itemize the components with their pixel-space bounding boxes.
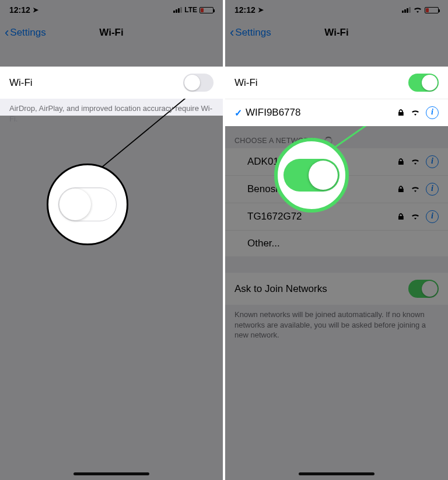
- wifi-signal-icon: [411, 213, 420, 220]
- phone-wifi-on: 12:12 ➤ ‹ Settings Wi-Fi Wi-Fi: [225, 0, 448, 480]
- wifi-status-icon: [413, 6, 422, 13]
- checkmark-icon: ✓: [235, 107, 242, 119]
- status-bar: 12:12 ➤: [225, 0, 448, 20]
- wifi-signal-icon: [411, 158, 420, 165]
- network-name: TG1672G72: [247, 211, 397, 222]
- wifi-toggle-off[interactable]: [183, 74, 214, 92]
- ask-to-join-row: Ask to Join Networks: [225, 273, 448, 305]
- chevron-left-icon: ‹: [230, 26, 234, 39]
- info-button[interactable]: i: [426, 183, 439, 196]
- home-indicator: [299, 472, 374, 475]
- network-row[interactable]: TG1672G72 🔒︎ i: [225, 203, 448, 231]
- info-button[interactable]: i: [426, 210, 439, 223]
- connected-network-row[interactable]: ✓ WIFI9B6778 🔒︎ i: [225, 99, 448, 126]
- callout-toggle-off: [47, 164, 128, 245]
- location-icon: ➤: [33, 6, 38, 14]
- choose-network-header: CHOOSE A NETWORK...: [225, 126, 448, 148]
- nav-bar: ‹ Settings Wi-Fi: [0, 20, 223, 46]
- back-label: Settings: [10, 27, 46, 39]
- cellular-signal-icon: [173, 7, 182, 13]
- battery-icon: [200, 7, 214, 13]
- ask-to-join-label: Ask to Join Networks: [235, 283, 408, 295]
- phone-wifi-off: 12:12 ➤ LTE ‹ Settings Wi-Fi Wi-Fi AirDr…: [0, 0, 223, 480]
- wifi-master-label: Wi-Fi: [235, 77, 408, 89]
- info-button[interactable]: i: [426, 106, 439, 119]
- wifi-signal-icon: [411, 109, 420, 116]
- zoomed-toggle-on: [284, 159, 340, 192]
- location-icon: ➤: [258, 6, 264, 14]
- callout-toggle-on: [274, 138, 349, 213]
- back-button[interactable]: ‹ Settings: [5, 26, 46, 39]
- other-network-row[interactable]: Other...: [225, 231, 448, 256]
- wifi-signal-icon: [411, 186, 420, 193]
- lock-icon: 🔒︎: [397, 157, 405, 166]
- connected-network-name: WIFI9B6778: [246, 107, 301, 119]
- home-indicator: [74, 472, 149, 475]
- back-button[interactable]: ‹ Settings: [230, 26, 271, 39]
- wifi-master-row: Wi-Fi: [225, 67, 448, 99]
- lock-icon: 🔒︎: [397, 185, 405, 194]
- ask-to-join-toggle[interactable]: [408, 280, 439, 298]
- ask-to-join-footer: Known networks will be joined automatica…: [225, 305, 448, 340]
- info-button[interactable]: i: [426, 155, 439, 168]
- lock-icon: 🔒︎: [397, 108, 405, 117]
- page-title: Wi-Fi: [324, 27, 348, 39]
- wifi-disabled-footer: AirDrop, AirPlay, and improved location …: [0, 99, 223, 124]
- other-network-label: Other...: [247, 238, 439, 249]
- nav-bar: ‹ Settings Wi-Fi: [225, 20, 448, 46]
- cellular-signal-icon: [402, 7, 411, 13]
- wifi-toggle-on[interactable]: [408, 74, 439, 92]
- wifi-master-label: Wi-Fi: [9, 77, 183, 89]
- network-type: LTE: [184, 6, 197, 14]
- chevron-left-icon: ‹: [5, 26, 9, 39]
- page-title: Wi-Fi: [99, 27, 123, 39]
- back-label: Settings: [235, 27, 271, 39]
- status-time: 12:12: [9, 5, 30, 15]
- zoomed-toggle-off: [58, 187, 117, 221]
- status-time: 12:12: [235, 5, 256, 15]
- lock-icon: 🔒︎: [397, 212, 405, 221]
- status-bar: 12:12 ➤ LTE: [0, 0, 223, 20]
- wifi-master-row: Wi-Fi: [0, 67, 223, 99]
- battery-icon: [425, 7, 439, 13]
